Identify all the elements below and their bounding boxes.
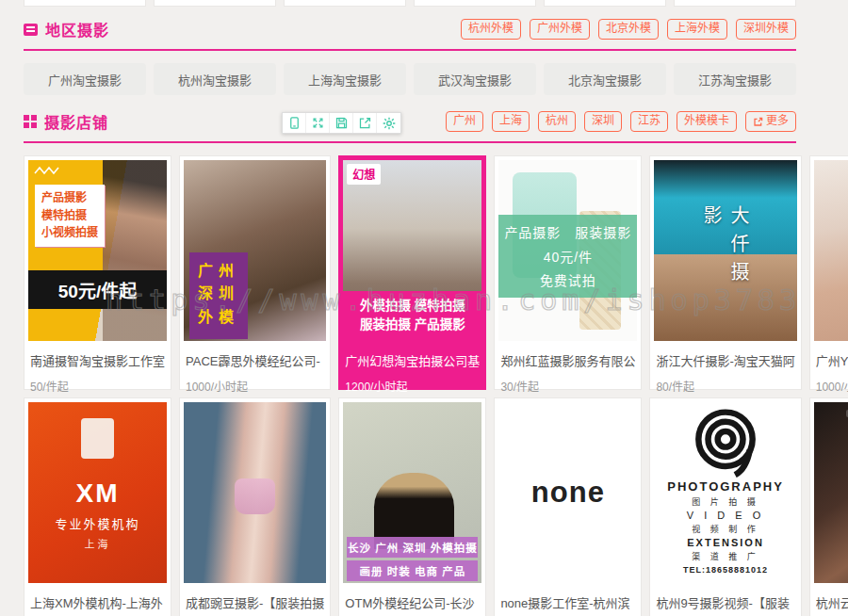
card-bottom-strip: [544, 0, 666, 7]
region-section-header: 地区摄影 杭州外模 广州外模 北京外模 上海外模 深圳外模: [24, 7, 796, 51]
shop-card-image: 幻想 外模拍摄 模特拍摄 服装拍摄 产品摄影: [343, 160, 481, 341]
more-link[interactable]: 更多: [745, 111, 796, 132]
shop-card-image: [814, 160, 848, 341]
shop-card-image: 产品摄影 模特拍摄 小视频拍摄 50元/件起: [28, 160, 167, 341]
tag-waimo-moka[interactable]: 外模模卡: [677, 111, 737, 132]
shop-price: 1200/小时起: [345, 378, 480, 394]
tag-beijing-waimo[interactable]: 北京外模: [598, 19, 659, 40]
tag-shanghai-waimo[interactable]: 上海外模: [667, 19, 727, 40]
shop-price: 1000/小时起: [816, 378, 848, 394]
xm-logo-text: XM: [28, 478, 167, 509]
shop-title: 广州幻想淘宝拍摄公司基: [345, 351, 480, 369]
shop-title: 上海XM外模机构-上海外: [30, 593, 165, 611]
tag-shenzhen[interactable]: 深圳: [584, 111, 622, 132]
region-section-title: 地区摄影: [45, 18, 109, 41]
device-icon[interactable]: [283, 113, 306, 133]
shop-card-zhengzhou-honglan[interactable]: 产品摄影 服装摄影 40元/件 免费试拍 郑州红蓝摄影服务有限公 30/件起: [494, 155, 642, 390]
tag-hangzhou-waimo[interactable]: 杭州外模: [461, 19, 521, 40]
tag-hangzhou[interactable]: 杭州: [538, 111, 576, 132]
shop-card-otm[interactable]: 长沙 广州 深圳 外模拍摄 画册 时装 电商 产品 OTM外模经纪公司-长沙 1…: [338, 397, 486, 616]
button-hangzhou-taobao[interactable]: 杭州淘宝摄影: [154, 63, 276, 95]
gear-icon[interactable]: [377, 113, 400, 133]
tag-shanghai[interactable]: 上海: [492, 111, 530, 132]
card-bottom-strip: [284, 0, 406, 7]
zigzag-decoration: [34, 166, 62, 175]
shop-card-hangzhou-9[interactable]: PHOTOGRAPHY 图 片 拍 摄 V I D E O 视 频 制 作 EX…: [649, 397, 801, 616]
shop-section-title: 摄影店铺: [44, 110, 108, 133]
shop-title: none摄影工作室-杭州滨: [500, 593, 635, 611]
nine-spiral-logo: [685, 408, 766, 478]
tag-shenzhen-waimo[interactable]: 深圳外模: [736, 19, 796, 40]
none-logo-text: none: [531, 476, 605, 510]
shop-title: PACE霹思外模经纪公司-: [186, 351, 324, 369]
shop-card-none-studio[interactable]: none none摄影工作室-杭州滨 180/件起: [494, 397, 642, 616]
card-bottom-strip: [414, 0, 536, 7]
button-jiangsu-taobao[interactable]: 江苏淘宝摄影: [674, 63, 796, 95]
image-service-banner: 外模拍摄 模特拍摄 服装拍摄 产品摄影: [343, 291, 481, 342]
shop-card-image: PHOTOGRAPHY 图 片 拍 摄 V I D E O 视 频 制 作 EX…: [654, 402, 796, 583]
grid-icon: [24, 115, 37, 128]
shop-title: 杭州云视觉摄影工作室-杭: [816, 593, 848, 611]
shop-card-image: [184, 402, 326, 583]
image-price-banner: 50元/件起: [28, 270, 167, 309]
shop-card-guangzhou-huanxiang-selected[interactable]: 幻想 外模拍摄 模特拍摄 服装拍摄 产品摄影 广州幻想淘宝拍摄公司基 1200/…: [338, 155, 486, 390]
previous-row-card-bottoms: [24, 0, 796, 7]
shop-card-shanghai-xm[interactable]: XM 专业外模机构 上海 上海XM外模机构-上海外 800/小时起: [24, 397, 171, 616]
shop-price: 1000/小时起: [186, 378, 324, 394]
shop-card-image: none: [498, 402, 637, 583]
shop-price: 80/件起: [656, 378, 794, 394]
huanxiang-logo: 幻想: [347, 164, 381, 185]
city-photography-buttons: 广州淘宝摄影 杭州淘宝摄影 上海淘宝摄影 武汉淘宝摄影 北京淘宝摄影 江苏淘宝摄…: [24, 63, 796, 95]
button-guangzhou-taobao[interactable]: 广州淘宝摄影: [24, 63, 146, 95]
button-beijing-taobao[interactable]: 北京淘宝摄影: [544, 63, 666, 95]
shop-card-grid: 产品摄影 模特拍摄 小视频拍摄 50元/件起 南通摄智淘宝摄影工作室 50/件起…: [24, 155, 796, 616]
shop-card-guangzhou-yf[interactable]: 广州YF外模经纪公司-【服 1000/小时起: [809, 155, 848, 390]
image-city-badge: 广州 深圳 外模: [189, 252, 248, 339]
shop-title: 郑州红蓝摄影服务有限公: [500, 351, 635, 369]
shop-title: 成都豌豆摄影-【服装拍摄: [186, 593, 324, 611]
shop-title: 杭州9号摄影视频-【服装: [656, 593, 794, 611]
save-icon[interactable]: [330, 113, 353, 133]
shop-card-chengdu-wandou[interactable]: 成都豌豆摄影-【服装拍摄 1000/小时起: [179, 397, 331, 616]
image-offer-band: 产品摄影 服装摄影 40元/件 免费试拍: [498, 215, 637, 298]
shop-title: 广州YF外模经纪公司-【服: [816, 351, 848, 369]
tag-guangzhou-waimo[interactable]: 广州外模: [530, 19, 590, 40]
shop-title: 南通摄智淘宝摄影工作室: [30, 351, 165, 369]
shop-card-image: 产品摄影 服装摄影 40元/件 免费试拍: [498, 160, 637, 341]
card-bottom-strip: [674, 0, 796, 7]
model-figure: [81, 418, 114, 458]
share-icon[interactable]: [353, 113, 377, 133]
tag-guangzhou[interactable]: 广州: [446, 111, 483, 132]
shop-card-image: XM 专业外模机构 上海: [28, 402, 167, 583]
shop-card-image: 广州 深圳 外模: [184, 160, 326, 341]
shop-card-zhejiang-daqian[interactable]: 大仟摄影 浙江大仟摄影-淘宝天猫阿 80/件起: [649, 155, 801, 390]
shop-card-image: 大仟摄影: [654, 160, 796, 341]
shop-title: 浙江大仟摄影-淘宝天猫阿: [656, 351, 794, 369]
external-link-icon: [753, 117, 763, 127]
shop-price: 30/件起: [500, 378, 635, 394]
card-bottom-strip: [24, 0, 146, 7]
image-text-block: 产品摄影 模特拍摄 小视频拍摄: [35, 185, 105, 247]
shop-card-image: [814, 402, 848, 583]
shop-card-pace[interactable]: 广州 深圳 外模 PACE霹思外模经纪公司- 1000/小时起: [179, 155, 331, 390]
selection-toolbar: [282, 112, 401, 134]
shop-title: OTM外模经纪公司-长沙: [345, 593, 480, 611]
shop-card-image: 长沙 广州 深圳 外模拍摄 画册 时装 电商 产品: [343, 402, 481, 583]
shop-card-hangzhou-yunshijue[interactable]: 杭州云视觉摄影工作室-杭 100/件起: [809, 397, 848, 616]
tag-jiangsu[interactable]: 江苏: [630, 111, 668, 132]
shop-section-header: 摄影店铺 广州 上海 杭州 深圳 江苏 外模模卡 更多: [24, 99, 796, 143]
image-vertical-watermark: 大仟摄影: [698, 205, 753, 296]
button-wuhan-taobao[interactable]: 武汉淘宝摄影: [414, 63, 536, 95]
image-service-banners: 长沙 广州 深圳 外模拍摄 画册 时装 电商 产品: [343, 534, 481, 581]
expand-icon[interactable]: [306, 113, 330, 133]
shop-card-nantong-shezhi[interactable]: 产品摄影 模特拍摄 小视频拍摄 50元/件起 南通摄智淘宝摄影工作室 50/件起: [24, 155, 171, 390]
card-bottom-strip: [154, 0, 276, 7]
list-icon: [24, 24, 38, 36]
button-shanghai-taobao[interactable]: 上海淘宝摄影: [284, 63, 406, 95]
shop-price: 50/件起: [30, 378, 165, 394]
